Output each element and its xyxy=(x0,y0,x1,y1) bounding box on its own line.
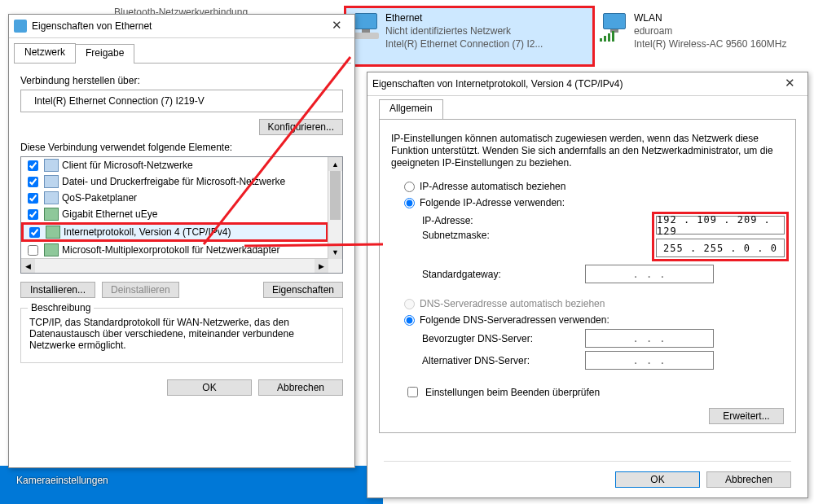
cancel-button[interactable]: Abbrechen xyxy=(258,379,343,396)
ok-button[interactable]: OK xyxy=(167,379,252,396)
adapter-card-ethernet[interactable]: Ethernet Nicht identifiziertes Netzwerk … xyxy=(344,6,595,67)
window-title: Eigenschaften von Ethernet xyxy=(32,20,152,32)
component-label: Gigabit Ethernet uEye xyxy=(62,208,157,220)
mask-label: Subnetzmaske: xyxy=(386,230,585,241)
install-button[interactable]: Installieren... xyxy=(20,282,95,298)
client-icon xyxy=(44,159,59,172)
dns2-input[interactable]: . . . xyxy=(585,351,714,370)
description-title: Beschreibung xyxy=(28,302,94,313)
radio-auto-dns: DNS-Serveradresse automatisch beziehen xyxy=(404,298,789,309)
protocol-icon xyxy=(44,208,59,221)
ip-input[interactable]: 192 . 109 . 209 . 129 xyxy=(656,216,785,234)
connect-using-label: Verbindung herstellen über: xyxy=(20,75,343,86)
component-checkbox[interactable] xyxy=(28,177,38,187)
description-body: TCP/IP, das Standardprotokoll für WAN-Ne… xyxy=(29,317,334,351)
component-row[interactable]: Microsoft-Multiplexorprotokoll für Netzw… xyxy=(21,242,328,258)
component-checkbox[interactable] xyxy=(28,245,38,256)
window-title: Eigenschaften von Internetprotokoll, Ver… xyxy=(372,78,623,90)
camera-settings-label: Kameraeinstellungen xyxy=(16,475,108,486)
component-checkbox[interactable] xyxy=(28,209,38,220)
configure-button[interactable]: Konfigurieren... xyxy=(259,119,343,135)
dns2-label: Alternativer DNS-Server: xyxy=(386,355,585,366)
adapter-device: Intel(R) Wireless-AC 9560 160MHz xyxy=(634,37,786,50)
component-checkbox[interactable] xyxy=(28,160,38,171)
protocol-icon xyxy=(46,226,60,239)
dns1-label: Bevorzugter DNS-Server: xyxy=(386,333,585,344)
window-icon xyxy=(14,20,27,33)
description-group: Beschreibung TCP/IP, das Standardprotoko… xyxy=(20,308,343,363)
gateway-input[interactable]: . . . xyxy=(585,265,714,283)
components-list[interactable]: Client für Microsoft-NetzwerkeDatei- und… xyxy=(20,156,343,274)
component-label: Datei- und Druckerfreigabe für Microsoft… xyxy=(62,176,285,187)
uninstall-button: Deinstallieren xyxy=(102,282,179,298)
properties-button[interactable]: Eigenschaften xyxy=(263,282,343,298)
dns1-input[interactable]: . . . xyxy=(585,329,714,348)
adapter-status: Nicht identifiziertes Netzwerk xyxy=(385,24,543,37)
cancel-button[interactable]: Abbrechen xyxy=(706,471,791,488)
radio-static-dns[interactable]: Folgende DNS-Serveradressen verwenden: xyxy=(404,314,789,326)
uses-label: Diese Verbindung verwendet folgende Elem… xyxy=(20,142,343,153)
vertical-scrollbar[interactable]: ▲ ▼ xyxy=(328,157,342,259)
component-checkbox[interactable] xyxy=(28,193,38,204)
component-checkbox[interactable] xyxy=(29,227,40,238)
scroll-up-icon[interactable]: ▲ xyxy=(328,157,342,171)
ethernet-adapter-icon xyxy=(351,13,379,41)
titlebar[interactable]: Eigenschaften von Internetprotokoll, Ver… xyxy=(367,72,807,96)
close-button[interactable]: ✕ xyxy=(777,75,803,93)
ok-button[interactable]: OK xyxy=(615,471,700,488)
tab-general[interactable]: Allgemein xyxy=(379,99,443,119)
component-row[interactable]: Datei- und Druckerfreigabe für Microsoft… xyxy=(21,173,328,190)
client-icon xyxy=(44,191,59,204)
adapter-name: WLAN xyxy=(634,11,786,24)
nic-name: Intel(R) Ethernet Connection (7) I219-V xyxy=(34,95,205,107)
tabstrip: Netzwerk Freigabe xyxy=(14,43,351,64)
mask-input[interactable]: 255 . 255 . 0 . 0 xyxy=(656,239,785,257)
component-row[interactable]: Client für Microsoft-Netzwerke xyxy=(21,157,328,173)
adapter-name: Ethernet xyxy=(385,11,543,24)
ethernet-properties-window: Eigenschaften von Ethernet ✕ Netzwerk Fr… xyxy=(8,14,355,468)
scroll-thumb[interactable] xyxy=(330,171,341,220)
description-text: IP-Einstellungen können automatisch zuge… xyxy=(391,133,784,169)
protocol-icon xyxy=(44,243,59,256)
adapter-card-wlan[interactable]: WLAN eduroam Intel(R) Wireless-AC 9560 1… xyxy=(595,8,814,55)
adapter-device: Intel(R) Ethernet Connection (7) I2... xyxy=(385,37,543,50)
component-label: Microsoft-Multiplexorprotokoll für Netzw… xyxy=(62,244,279,256)
adapter-status: eduroam xyxy=(634,24,786,37)
scroll-corner xyxy=(328,259,342,273)
ipv4-properties-window: Eigenschaften von Internetprotokoll, Ver… xyxy=(367,72,808,498)
component-row[interactable]: QoS-Paketplaner xyxy=(21,190,328,206)
titlebar[interactable]: Eigenschaften von Ethernet ✕ xyxy=(9,15,354,38)
radio-static-ip[interactable]: Folgende IP-Adresse verwenden: xyxy=(404,197,789,208)
component-label: Client für Microsoft-Netzwerke xyxy=(62,160,193,171)
scroll-left-icon[interactable]: ◀ xyxy=(21,259,35,273)
tab-network[interactable]: Netzwerk xyxy=(14,43,76,63)
component-label: QoS-Paketplaner xyxy=(62,192,137,204)
ip-mask-highlight: 192 . 109 . 209 . 129 255 . 255 . 0 . 0 xyxy=(652,212,789,261)
horizontal-scrollbar[interactable]: ◀ ▶ xyxy=(21,258,328,273)
client-icon xyxy=(44,175,59,188)
validate-checkbox[interactable]: Einstellungen beim Beenden überprüfen xyxy=(404,384,789,400)
wlan-adapter-icon xyxy=(600,13,627,41)
scroll-right-icon[interactable]: ▶ xyxy=(315,259,328,273)
advanced-button[interactable]: Erweitert... xyxy=(709,408,784,424)
adapter-box[interactable]: Intel(R) Ethernet Connection (7) I219-V xyxy=(20,90,343,112)
component-row[interactable]: Internetprotokoll, Version 4 (TCP/IPv4) xyxy=(21,222,328,242)
scroll-down-icon[interactable]: ▼ xyxy=(328,245,342,259)
gateway-label: Standardgateway: xyxy=(386,269,585,280)
ip-label: IP-Adresse: xyxy=(386,215,585,226)
component-row[interactable]: Gigabit Ethernet uEye xyxy=(21,206,328,222)
radio-auto-ip[interactable]: IP-Adresse automatisch beziehen xyxy=(404,181,789,192)
component-label: Internetprotokoll, Version 4 (TCP/IPv4) xyxy=(64,226,231,238)
close-button[interactable]: ✕ xyxy=(323,17,350,35)
tab-sharing[interactable]: Freigabe xyxy=(75,44,134,64)
